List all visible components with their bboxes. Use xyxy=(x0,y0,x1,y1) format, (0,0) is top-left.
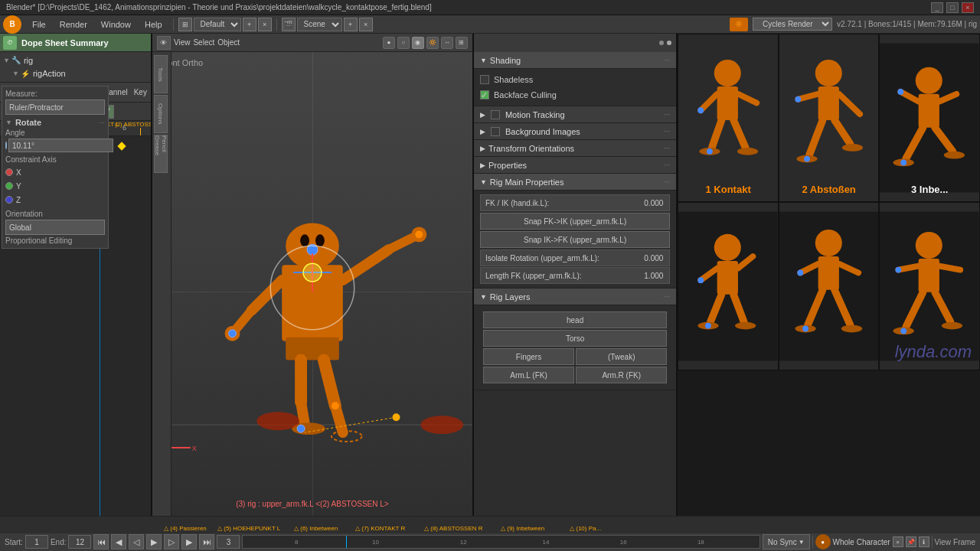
play-btn[interactable]: ▶ xyxy=(146,534,162,549)
object-label[interactable]: Object xyxy=(217,38,240,47)
svg-point-89 xyxy=(802,326,808,332)
menu-file[interactable]: File xyxy=(26,18,52,31)
jump-start-btn[interactable]: ⏮ xyxy=(93,534,109,549)
properties-section[interactable]: ▶ Properties ··· xyxy=(474,157,676,174)
timeline-scrubber[interactable]: 8 10 12 14 16 18 xyxy=(242,535,760,549)
prev-keyframe-btn[interactable]: ◁ xyxy=(129,534,144,549)
arm-r-btn[interactable]: Arm.R (FK) xyxy=(576,367,667,383)
svg-point-22 xyxy=(228,330,236,337)
angle-input[interactable] xyxy=(8,139,113,152)
torso-btn[interactable]: Torso xyxy=(483,330,667,347)
end-input[interactable] xyxy=(68,535,91,549)
svg-point-77 xyxy=(698,277,704,283)
solid-mode-icon[interactable]: ● xyxy=(383,37,395,49)
menu-render[interactable]: Render xyxy=(54,18,93,31)
scene-select[interactable]: Scene xyxy=(297,18,342,31)
current-frame-input[interactable] xyxy=(217,535,240,549)
grid-icon[interactable]: ⊞ xyxy=(456,37,468,49)
tweak-btn[interactable]: (Tweak) xyxy=(576,348,667,365)
titlebar: Blender* [D:\Projects\DE_1462, Animation… xyxy=(0,0,980,15)
backface-checkbox[interactable]: ✓ xyxy=(480,90,489,99)
rig-layers-section[interactable]: ▼ Rig Layers ··· xyxy=(474,289,676,305)
fingers-btn[interactable]: Fingers xyxy=(483,348,574,365)
texture-mode-icon[interactable]: ◉ xyxy=(412,37,424,49)
shadeless-checkbox[interactable] xyxy=(480,75,489,84)
prev-frame-btn[interactable]: ◀ xyxy=(111,534,126,549)
rig-layers-arrow: ▼ xyxy=(480,293,487,301)
preview-cell-6: lynda.com xyxy=(879,202,980,370)
view-ctrl-label[interactable]: View xyxy=(935,538,952,546)
add-scene-icon[interactable]: + xyxy=(344,18,358,31)
menu-window[interactable]: Window xyxy=(95,18,137,31)
tools-tab[interactable]: Tools xyxy=(154,55,168,93)
svg-rect-70 xyxy=(717,261,738,295)
svg-rect-59 xyxy=(919,94,939,128)
3d-viewport[interactable]: Front Ortho X Z xyxy=(152,52,472,531)
next-keyframe-btn[interactable]: ▷ xyxy=(164,534,179,549)
angle-widget[interactable] xyxy=(5,142,7,149)
maximize-button[interactable]: □ xyxy=(946,2,959,13)
start-input[interactable] xyxy=(25,535,48,549)
jump-end-btn[interactable]: ⏭ xyxy=(199,534,214,549)
left-mini-toolbar: Measure: Ruler/Protractor ▼ Rotate ··· A… xyxy=(2,86,109,249)
svg-point-58 xyxy=(916,67,942,94)
select-label[interactable]: Select xyxy=(193,38,214,47)
constraint-label: Constraint Axis xyxy=(5,155,105,164)
wire-mode-icon[interactable]: ○ xyxy=(397,37,410,49)
motion-tracking-checkbox[interactable] xyxy=(491,110,500,119)
workspace-select[interactable]: Default xyxy=(194,18,241,31)
menu-help[interactable]: Help xyxy=(139,18,168,31)
tl-12: 12 xyxy=(460,539,467,546)
minimize-button[interactable]: _ xyxy=(931,2,943,13)
engine-select[interactable]: Cycles Render xyxy=(753,18,832,31)
add-workspace-icon[interactable]: + xyxy=(243,18,256,31)
close-button[interactable]: × xyxy=(962,2,974,13)
view-label[interactable]: View xyxy=(174,38,191,47)
whole-character-pin[interactable]: 📌 xyxy=(906,536,916,547)
whole-character-close[interactable]: × xyxy=(893,536,903,547)
viewport-shade-icon[interactable]: 🔆 xyxy=(426,37,439,49)
z-axis-dot xyxy=(5,196,13,204)
remove-scene-icon[interactable]: × xyxy=(359,18,373,31)
no-sync-btn[interactable]: No Sync ▼ xyxy=(763,534,810,549)
options-tab[interactable]: Options xyxy=(154,95,168,133)
whole-character-info[interactable]: ℹ xyxy=(919,536,929,547)
blender-logo: B xyxy=(3,15,21,34)
angle-row xyxy=(5,139,105,152)
rig-main-section[interactable]: ▼ Rig Main Properties ··· xyxy=(474,174,676,191)
next-frame-btn[interactable]: ▶ xyxy=(181,534,197,549)
manip-icon[interactable]: ↔ xyxy=(441,37,453,49)
frame-ctrl-label[interactable]: Frame xyxy=(953,538,975,546)
background-images-section[interactable]: ▶ Background Images ··· xyxy=(474,123,676,140)
transform-orientations-section[interactable]: ▶ Transform Orientations ··· xyxy=(474,140,676,157)
workspace-icon: ⊞ xyxy=(178,18,192,31)
shading-section-header[interactable]: ▼ Shading ··· xyxy=(474,52,676,69)
tb-key[interactable]: Key xyxy=(132,88,149,96)
global-orientation-btn[interactable]: Global xyxy=(5,220,105,235)
motion-tracking-arrow: ▶ xyxy=(480,111,485,119)
shading-arrow: ▼ xyxy=(480,57,487,64)
rotate-header: ▼ Rotate ··· xyxy=(5,118,105,127)
motion-tracking-section[interactable]: ▶ Motion Tracking ··· xyxy=(474,106,676,123)
arm-l-btn[interactable]: Arm.L (FK) xyxy=(483,367,574,383)
nav-dot-2 xyxy=(667,41,671,45)
bg-images-checkbox[interactable] xyxy=(491,127,500,136)
head-btn[interactable]: head xyxy=(483,311,667,328)
svg-rect-15 xyxy=(286,337,339,360)
menubar: B File Render Window Help ⊞ Default + × … xyxy=(0,15,980,34)
grease-pencil-tab[interactable]: Grease Pencil xyxy=(154,135,168,173)
snap-ik-fk-btn[interactable]: Snap IK->FK (upper_arm.fk.L) xyxy=(480,231,670,248)
tree-row-action[interactable]: ▼ ⚡ rigAction xyxy=(9,67,151,81)
dope-sheet-icon: ⏱ xyxy=(3,36,17,50)
fk-ik-value: 0.000 xyxy=(638,199,669,207)
character-viewport: X Z xyxy=(152,52,472,531)
snap-fk-ik-btn[interactable]: Snap FK->IK (upper_arm.fk.L) xyxy=(480,213,670,230)
preview-label-1: 1 Kontakt xyxy=(678,184,778,195)
svg-point-44 xyxy=(698,107,704,113)
titlebar-controls[interactable]: _ □ × xyxy=(931,2,974,13)
remove-workspace-icon[interactable]: × xyxy=(258,18,272,31)
ruler-btn[interactable]: Ruler/Protractor xyxy=(5,99,105,115)
tree-row-rig[interactable]: ▼ 🔧 rig xyxy=(0,54,151,67)
view-icon[interactable]: 👁 xyxy=(157,36,171,50)
character-icon: ● xyxy=(815,534,831,549)
